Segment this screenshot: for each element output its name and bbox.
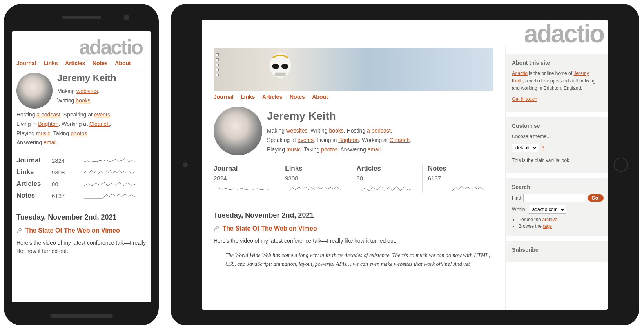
- svg-point-2: [281, 64, 288, 69]
- post-heading: The State Of The Web on Vimeo: [16, 227, 146, 234]
- link-websites[interactable]: websites: [286, 127, 307, 134]
- stat-articles[interactable]: Articles 80: [16, 178, 146, 190]
- sidebar-subscribe: Subscribe: [506, 241, 608, 262]
- nav-about[interactable]: About: [115, 60, 131, 66]
- bio-line-1: Making websites.: [57, 87, 116, 96]
- banner-image: [261, 50, 300, 89]
- stat-notes[interactable]: Notes 6137: [16, 190, 146, 202]
- sparkline-links: [73, 168, 146, 176]
- bio-line-2: Writing books.: [57, 96, 116, 105]
- nav-articles[interactable]: Articles: [65, 60, 85, 66]
- phone-home-button: [50, 314, 113, 318]
- search-find-label: Find: [512, 195, 521, 201]
- post-date: Tuesday, November 2nd, 2021: [214, 211, 493, 220]
- stat-articles[interactable]: Articles 80: [351, 165, 422, 193]
- customise-title: Customise: [512, 123, 601, 129]
- stat-journal[interactable]: Journal 2824: [16, 155, 146, 166]
- author-name: Jeremy Keith: [267, 110, 412, 122]
- stats: Journal 2824 Links 9308 Articles 80 Note…: [16, 155, 146, 202]
- stat-links[interactable]: Links 9308: [16, 166, 146, 178]
- nav-journal[interactable]: Journal: [16, 60, 36, 66]
- permalink-icon[interactable]: [214, 226, 219, 231]
- link-archive[interactable]: archive: [542, 217, 557, 222]
- nav-notes[interactable]: Notes: [290, 94, 305, 100]
- sparkline-notes: [73, 191, 146, 200]
- search-scope-select[interactable]: adactio.com: [529, 205, 566, 214]
- nav-journal[interactable]: Journal: [214, 94, 234, 100]
- sparkline-notes: [428, 184, 488, 193]
- link-brighton[interactable]: Brighton: [338, 137, 359, 143]
- link-books[interactable]: books: [76, 97, 90, 104]
- stat-notes[interactable]: Notes 6137: [422, 165, 493, 193]
- sidebar-customise: Customise Choose a theme… default ? This…: [506, 117, 608, 173]
- main-column: Journal Links Articles Notes About Jerem…: [202, 46, 506, 310]
- post-date: Tuesday, November 2nd, 2021: [16, 213, 146, 222]
- banner-controls[interactable]: [216, 53, 219, 76]
- link-podcast[interactable]: a podcast: [36, 111, 60, 118]
- nav-articles[interactable]: Articles: [262, 94, 282, 100]
- nav-notes[interactable]: Notes: [93, 60, 108, 66]
- header-banner: [214, 48, 493, 91]
- primary-nav: Journal Links Articles Notes About: [214, 91, 493, 103]
- tablet-camera: [183, 162, 188, 167]
- theme-select[interactable]: default: [512, 144, 538, 152]
- phone-speaker: [62, 16, 101, 19]
- site-logo[interactable]: adactio: [16, 35, 146, 57]
- primary-nav: Journal Links Articles Notes About: [16, 57, 146, 69]
- phone-camera: [124, 15, 129, 20]
- list-item: Browse the tags: [518, 224, 601, 229]
- theme-help-link[interactable]: ?: [542, 145, 544, 151]
- sparkline-links: [285, 184, 345, 193]
- link-tags[interactable]: tags: [543, 224, 552, 229]
- svg-rect-3: [275, 73, 285, 76]
- nav-links[interactable]: Links: [241, 94, 255, 100]
- link-contact[interactable]: Get in touch: [512, 96, 537, 102]
- post-heading: The State Of The Web on Vimeo: [214, 225, 493, 232]
- stat-journal[interactable]: Journal 2824: [214, 165, 279, 193]
- link-photos[interactable]: photos: [321, 146, 337, 153]
- tablet-home-button: [614, 158, 628, 172]
- svg-point-1: [272, 64, 279, 69]
- search-go-button[interactable]: Go!: [588, 194, 604, 202]
- link-websites[interactable]: websites: [76, 88, 98, 94]
- post-excerpt: Here's the video of my latest conference…: [16, 239, 146, 255]
- sidebar: About this site Adactio is the online ho…: [506, 46, 608, 310]
- link-adactio[interactable]: Adactio: [512, 71, 528, 76]
- subscribe-title: Subscribe: [512, 247, 601, 253]
- link-books[interactable]: books: [329, 127, 343, 134]
- link-podcast[interactable]: a podcast: [367, 127, 391, 134]
- theme-desc: This is the plain vanilla look.: [512, 157, 601, 164]
- stats: Journal 2824 Links 9308 Articles 80: [214, 165, 493, 193]
- list-item: Peruse the archive: [518, 217, 601, 222]
- post-title-link[interactable]: The State Of The Web on Vimeo: [25, 227, 120, 234]
- link-email[interactable]: email: [368, 146, 381, 153]
- link-events[interactable]: events: [94, 111, 110, 118]
- search-title: Search: [512, 184, 601, 190]
- avatar: [16, 73, 53, 109]
- about-title: About this site: [512, 60, 601, 66]
- link-email[interactable]: email: [44, 139, 56, 145]
- stat-links[interactable]: Links 9308: [279, 165, 350, 193]
- permalink-icon[interactable]: [16, 228, 22, 233]
- post-quote: The World Wide Web has come a long way i…: [225, 251, 493, 269]
- link-clearleft[interactable]: Clearleft: [89, 121, 110, 127]
- link-music[interactable]: music: [36, 130, 51, 136]
- sparkline-articles: [357, 184, 417, 193]
- link-clearleft[interactable]: Clearleft: [390, 137, 410, 143]
- link-events[interactable]: events: [298, 137, 314, 143]
- search-input[interactable]: [523, 194, 586, 202]
- post-title-link[interactable]: The State Of The Web on Vimeo: [222, 225, 317, 232]
- search-within-label: Within: [512, 207, 525, 212]
- link-music[interactable]: music: [287, 146, 301, 153]
- tablet-screen: adactio Journal Links Articles Notes Abo…: [202, 20, 608, 310]
- phone-screen: adactio Journal Links Articles Notes Abo…: [12, 31, 151, 302]
- tablet-device-frame: adactio Journal Links Articles Notes Abo…: [171, 4, 639, 325]
- site-logo[interactable]: adactio: [202, 20, 608, 46]
- sidebar-about: About this site Adactio is the online ho…: [506, 54, 608, 112]
- sparkline-articles: [73, 180, 146, 188]
- nav-links[interactable]: Links: [44, 60, 58, 66]
- sparkline-journal: [214, 184, 274, 193]
- nav-about[interactable]: About: [312, 94, 328, 100]
- link-photos[interactable]: photos: [71, 130, 87, 136]
- link-brighton[interactable]: Brighton: [38, 121, 58, 127]
